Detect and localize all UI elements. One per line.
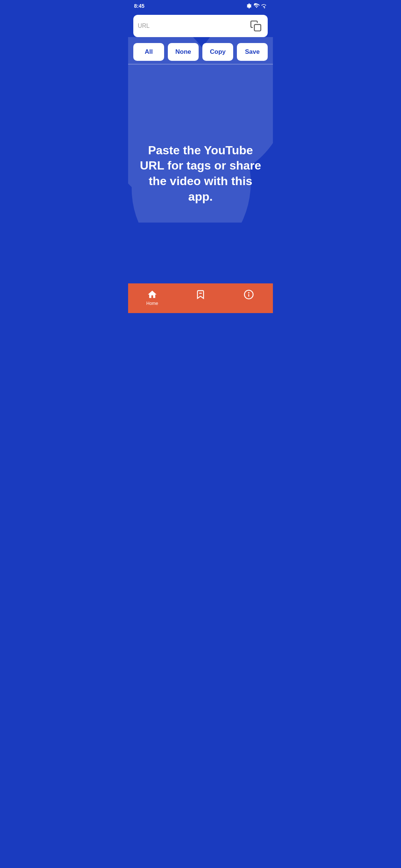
wifi-icon — [254, 3, 260, 9]
nav-info[interactable] — [225, 287, 273, 303]
bookmark-icon — [195, 289, 206, 300]
status-icons — [246, 3, 267, 9]
save-button[interactable]: Save — [237, 43, 268, 61]
info-icon — [244, 289, 254, 300]
home-label: Home — [146, 301, 158, 306]
svg-rect-4 — [254, 24, 261, 31]
nav-bookmarks[interactable] — [176, 287, 225, 303]
status-bar: 8:45 — [128, 0, 273, 10]
status-time: 8:45 — [134, 3, 144, 9]
instruction-text: Paste the YouTube URL for tags or share … — [137, 143, 264, 204]
none-button[interactable]: None — [168, 43, 199, 61]
clipboard-icon — [250, 20, 262, 32]
nav-home[interactable]: Home — [128, 287, 176, 308]
signal-icon — [261, 3, 267, 9]
action-buttons-row: All None Copy Save — [133, 43, 268, 61]
home-icon — [147, 289, 157, 300]
settings-icon — [246, 3, 252, 9]
all-button[interactable]: All — [133, 43, 164, 61]
main-content: Paste the YouTube URL for tags or share … — [128, 66, 273, 281]
divider — [128, 64, 273, 65]
clipboard-button[interactable] — [248, 19, 263, 33]
copy-button[interactable]: Copy — [202, 43, 233, 61]
url-input-container[interactable] — [133, 15, 268, 37]
url-input[interactable] — [138, 23, 248, 29]
bottom-nav: Home — [128, 283, 273, 313]
